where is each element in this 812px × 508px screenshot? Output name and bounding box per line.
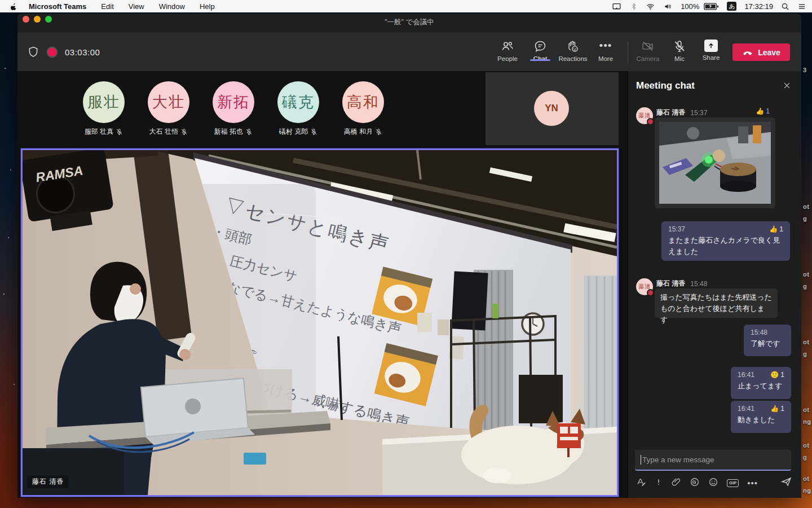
chat-messages: 藤清 藤石 清香15:37 👍1 <box>628 104 801 443</box>
volume-icon[interactable] <box>663 2 673 11</box>
avatar: 服壮 <box>83 81 125 123</box>
message-reaction[interactable]: 👍1 <box>770 405 784 413</box>
reactions-button[interactable]: Reactions <box>557 35 589 62</box>
menu-edit[interactable]: Edit <box>101 2 113 11</box>
mic-off-icon <box>375 128 382 135</box>
chat-header: Meeting chat <box>628 71 801 103</box>
importance-icon[interactable] <box>655 477 663 489</box>
teams-window: "一般" で会議中 03:03:00 People Chat Reactions… <box>17 14 801 498</box>
toolbar-divider <box>628 42 628 63</box>
hangup-icon <box>742 47 753 58</box>
sender-avatar: 藤清 <box>636 107 653 124</box>
frown-emoji: 🙁 <box>770 371 779 379</box>
attach-icon[interactable] <box>671 477 681 489</box>
participant-tile-yn[interactable]: YN <box>486 72 619 145</box>
laptop <box>141 378 255 445</box>
menubar-app-name[interactable]: Microsoft Teams <box>29 2 86 11</box>
menubar-clock[interactable]: 17:32:19 <box>744 2 773 11</box>
people-button[interactable]: People <box>491 35 524 62</box>
window-titlebar: "一般" で会議中 <box>17 14 801 33</box>
wifi-icon[interactable] <box>646 2 655 11</box>
chat-input[interactable]: Type a new message <box>635 450 791 471</box>
menu-help[interactable]: Help <box>200 2 215 11</box>
thumbs-up-emoji: 👍 <box>756 107 764 115</box>
meeting-stage: 服壮 服部 壮真 大壮 大石 壮悟 新拓 新福 拓也 礒克 礒村 克郎 高和 高… <box>17 71 628 498</box>
mic-off-icon <box>245 128 253 135</box>
notification-center-icon[interactable] <box>797 2 806 11</box>
avatar: 大壮 <box>148 81 189 123</box>
share-up-arrow-icon <box>704 40 718 52</box>
meeting-timer: 03:03:00 <box>65 47 100 57</box>
spotlight-avatar: YN <box>534 91 569 126</box>
chat-title: Meeting chat <box>636 80 695 91</box>
gif-icon[interactable]: GIF <box>727 479 739 487</box>
meeting-toolbar: 03:03:00 People Chat Reactions ••• More <box>17 33 801 71</box>
sticker-icon[interactable] <box>690 477 700 489</box>
more-compose-options-icon[interactable]: ••• <box>747 480 758 486</box>
own-message-bubble: 15:48 了解です <box>744 325 791 356</box>
message-bubble-photo <box>655 117 775 208</box>
menu-window[interactable]: Window <box>159 2 185 11</box>
avatar: 新拓 <box>213 81 254 123</box>
spotlight-search-icon[interactable] <box>781 2 789 11</box>
compose-toolbar: GIF ••• <box>636 477 758 489</box>
display-mirroring-icon[interactable] <box>611 2 622 11</box>
message-reaction[interactable]: 👍1 <box>769 225 783 233</box>
classroom-scene: ▽センサと鳴き声 ・頭部 圧力センサ なでる→甘えたような鳴き声 ・しっぽ 手を… <box>23 150 617 495</box>
close-chat-icon[interactable] <box>783 81 791 92</box>
video-name-tag: 藤石 清香 <box>27 475 69 488</box>
message-header: 藤石 清香15:37 <box>656 108 707 117</box>
thumbs-up-emoji: 👍 <box>770 405 779 413</box>
recording-indicator-icon <box>48 48 56 56</box>
mic-button[interactable]: Mic <box>663 35 696 62</box>
send-message-icon[interactable] <box>780 476 792 490</box>
own-message-bubble: 16:41 👍1 動きました <box>731 401 791 433</box>
chat-photo[interactable] <box>659 122 771 205</box>
input-placeholder: Type a new message <box>642 456 714 464</box>
battery-charging-icon[interactable] <box>704 2 719 11</box>
macos-menubar: Microsoft Teams Edit View Window Help 10… <box>0 0 812 12</box>
message-reaction[interactable]: 👍1 <box>756 107 770 115</box>
message-header: 藤石 清香15:48 <box>656 279 707 288</box>
chat-button[interactable]: Chat <box>524 35 557 62</box>
thumbs-up-emoji: 👍 <box>769 225 778 233</box>
battery-percent: 100% <box>681 2 699 11</box>
sender-avatar: 藤清 <box>636 278 653 295</box>
bluetooth-icon[interactable] <box>630 2 638 11</box>
avatar: 礒克 <box>277 81 319 123</box>
emoji-icon[interactable] <box>708 477 718 489</box>
shield-icon <box>27 46 39 58</box>
mic-off-icon <box>180 128 188 135</box>
wall-speaker <box>451 271 488 330</box>
main-video-tile[interactable]: ▽センサと鳴き声 ・頭部 圧力センサ なでる→甘えたような鳴き声 ・しっぽ 手を… <box>21 148 619 497</box>
camera-button[interactable]: Camera <box>632 35 664 62</box>
menu-view[interactable]: View <box>129 2 144 11</box>
avatar: 高和 <box>342 81 384 123</box>
mic-off-icon <box>310 128 317 135</box>
leave-button[interactable]: Leave <box>732 43 790 61</box>
more-button[interactable]: ••• More <box>589 35 622 62</box>
apple-menu[interactable] <box>10 2 19 11</box>
message-bubble: 撮った写真たちはまた先程送ったものと合わせて後ほど共有します <box>655 288 778 318</box>
own-message-bubble: 15:37 👍1 またまた藤石さんカメラで良く見えました <box>661 221 790 261</box>
own-message-bubble: 16:41 🙁1 止まってます <box>731 367 791 399</box>
meeting-chat-panel: Meeting chat 藤清 藤石 清香15:37 👍1 <box>628 71 801 498</box>
message-reaction[interactable]: 🙁1 <box>770 371 784 379</box>
text-caret <box>641 455 641 465</box>
mic-off-icon <box>116 128 123 135</box>
participant-tile[interactable]: 高和 高橋 和月 <box>321 81 405 137</box>
format-icon[interactable] <box>636 477 646 489</box>
desktop: { "menubar": { "app_name": "Microsoft Te… <box>0 0 812 508</box>
input-source-icon[interactable]: あ <box>727 2 736 11</box>
window-title: "一般" で会議中 <box>17 14 801 33</box>
share-button[interactable]: Share <box>695 35 727 61</box>
